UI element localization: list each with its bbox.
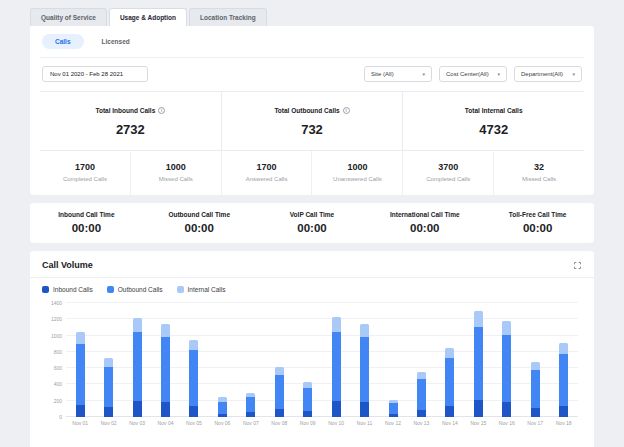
total-outbound-calls-value: 732 [222, 122, 403, 137]
tab-quality-of-service[interactable]: Quality of Service [30, 8, 107, 26]
x-axis-label: Nov 17 [521, 420, 549, 426]
bar-segment-inbound-calls [559, 406, 568, 417]
info-icon[interactable]: i [343, 107, 350, 114]
y-axis-tick: 400 [43, 381, 62, 387]
tab-location-tracking[interactable]: Location Tracking [189, 8, 267, 26]
bar-nov-12 [379, 303, 407, 417]
bar-segment-internal-calls [559, 343, 568, 354]
bar-segment-inbound-calls [332, 401, 341, 417]
totals-row: Total Inbound Callsi 2732 Total Outbound… [40, 91, 584, 150]
bar-nov-09 [294, 303, 322, 417]
calls-toggle[interactable]: Calls [42, 34, 84, 49]
bar-segment-internal-calls [161, 324, 170, 337]
bar-nov-01 [66, 303, 94, 417]
tab-usage-adoption[interactable]: Usage & Adoption [109, 8, 187, 26]
bar-segment-internal-calls [104, 358, 113, 367]
x-axis-label: Nov 13 [407, 420, 435, 426]
legend-item-outbound-calls[interactable]: Outbound Calls [107, 286, 163, 293]
inbound-completed-calls: 1700 Completed Calls [40, 151, 131, 195]
bar-segment-outbound-calls [218, 402, 227, 414]
chevron-down-icon: ▾ [422, 71, 425, 77]
internal-completed-calls: 3700 Completed Calls [403, 151, 494, 195]
date-range-input[interactable] [42, 66, 148, 82]
voip-call-time: VoIP Call Time 00:00 [256, 211, 369, 234]
bar-segment-outbound-calls [303, 388, 312, 411]
inbound-call-time: Inbound Call Time 00:00 [30, 211, 143, 234]
x-axis-label: Nov 18 [549, 420, 577, 426]
x-axis-label: Nov 16 [493, 420, 521, 426]
call-volume-card: Call Volume Inbound CallsOutbound CallsI… [30, 251, 594, 447]
legend-item-inbound-calls[interactable]: Inbound Calls [42, 286, 93, 293]
bar-segment-internal-calls [502, 321, 511, 335]
x-axis-labels: Nov 01Nov 02Nov 03Nov 04Nov 05Nov 06Nov … [66, 420, 578, 426]
chart-plot-area: 0200400600800100012001400 [66, 303, 578, 417]
bar-segment-inbound-calls [360, 402, 369, 417]
y-axis-tick: 1200 [43, 316, 62, 322]
y-axis-tick: 0 [43, 414, 62, 420]
bar-segment-inbound-calls [445, 406, 454, 417]
x-axis-label: Nov 03 [123, 420, 151, 426]
bar-segment-outbound-calls [76, 344, 85, 405]
legend-label: Outbound Calls [118, 286, 163, 293]
department-dropdown[interactable]: Department(All) ▾ [514, 66, 582, 82]
bar-segment-internal-calls [76, 332, 85, 344]
bar-segment-outbound-calls [360, 337, 369, 402]
department-dropdown-value: Department(All) [521, 71, 563, 77]
x-axis-label: Nov 01 [66, 420, 94, 426]
bar-segment-inbound-calls [389, 414, 398, 417]
legend-item-internal-calls[interactable]: Internal Calls [177, 286, 226, 293]
dashboard-page: Quality of Service Usage & Adoption Loca… [0, 0, 624, 447]
x-axis-label: Nov 08 [265, 420, 293, 426]
call-time-strip: Inbound Call Time 00:00 Outbound Call Ti… [30, 203, 594, 243]
outbound-unanswered-calls: 1000 Unanswered Calls [312, 151, 403, 195]
bar-nov-15 [464, 303, 492, 417]
bar-nov-06 [208, 303, 236, 417]
legend-label: Internal Calls [188, 286, 226, 293]
total-internal-calls-value: 4732 [403, 122, 584, 137]
bar-nov-07 [237, 303, 265, 417]
total-outbound-calls-card: Total Outbound Callsi 732 [222, 92, 404, 150]
total-internal-calls-label: Total Internal Calls [465, 107, 523, 114]
bar-nov-03 [123, 303, 151, 417]
substats-row: 1700 Completed Calls 1000 Missed Calls 1… [40, 150, 584, 195]
x-axis-label: Nov 14 [436, 420, 464, 426]
bar-segment-outbound-calls [189, 350, 198, 405]
total-inbound-calls-card: Total Inbound Callsi 2732 [40, 92, 222, 150]
chart-title: Call Volume [42, 260, 93, 270]
y-axis-tick: 600 [43, 365, 62, 371]
x-axis-label: Nov 07 [237, 420, 265, 426]
legend-swatch [177, 286, 184, 293]
x-axis-label: Nov 15 [464, 420, 492, 426]
bar-nov-11 [350, 303, 378, 417]
bar-segment-outbound-calls [531, 370, 540, 408]
bar-nov-02 [94, 303, 122, 417]
y-axis-tick: 800 [43, 349, 62, 355]
bar-nov-18 [549, 303, 577, 417]
bar-nov-16 [493, 303, 521, 417]
expand-icon[interactable] [573, 261, 582, 270]
bar-segment-inbound-calls [76, 405, 85, 417]
site-dropdown-value: Site (All) [371, 71, 394, 77]
info-icon[interactable]: i [158, 107, 165, 114]
bar-nov-04 [151, 303, 179, 417]
bar-segment-inbound-calls [104, 407, 113, 417]
cost-center-dropdown[interactable]: Cost Center(All) ▾ [439, 66, 507, 82]
bar-nov-05 [180, 303, 208, 417]
bar-nov-14 [436, 303, 464, 417]
legend-label: Inbound Calls [53, 286, 93, 293]
x-axis-label: Nov 09 [294, 420, 322, 426]
chevron-down-icon: ▾ [497, 71, 500, 77]
bar-segment-inbound-calls [161, 402, 170, 417]
cost-center-dropdown-value: Cost Center(All) [446, 71, 489, 77]
y-axis-tick: 200 [43, 398, 62, 404]
bar-nov-17 [521, 303, 549, 417]
bar-nov-10 [322, 303, 350, 417]
chevron-down-icon: ▾ [572, 71, 575, 77]
bar-segment-internal-calls [133, 318, 142, 332]
outbound-call-time: Outbound Call Time 00:00 [143, 211, 256, 234]
bar-segment-inbound-calls [303, 411, 312, 418]
licensed-toggle[interactable]: Licensed [96, 34, 136, 49]
chart-header: Call Volume [30, 260, 594, 278]
site-dropdown[interactable]: Site (All) ▾ [364, 66, 432, 82]
bar-segment-inbound-calls [133, 401, 142, 417]
